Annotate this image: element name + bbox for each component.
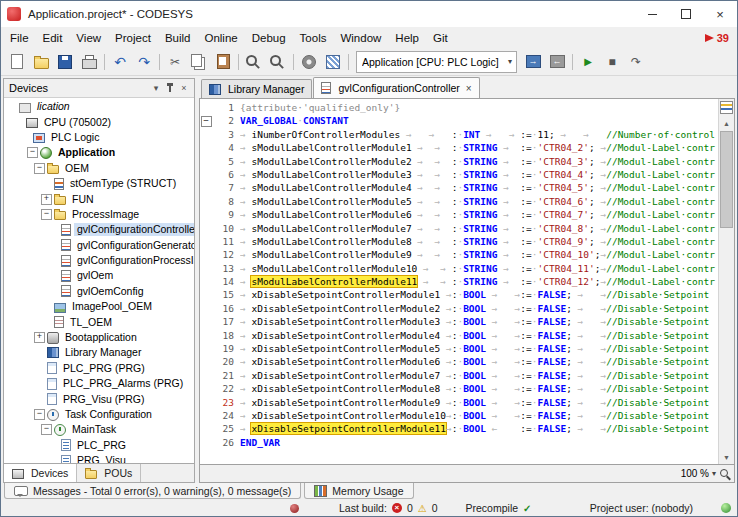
- fold-margin: [200, 382, 212, 395]
- tree-item-plc-prg-alarms-prg[interactable]: PLC_PRG_Alarms (PRG): [4, 376, 194, 391]
- print-button[interactable]: [77, 50, 101, 74]
- tree-item-bootapplication[interactable]: +Bootapplication: [4, 330, 194, 345]
- expander-minus-icon[interactable]: −: [34, 163, 45, 174]
- expander-minus-icon[interactable]: −: [34, 409, 45, 420]
- scroll-down-button[interactable]: ▼: [719, 450, 734, 464]
- pin-button[interactable]: [163, 81, 177, 95]
- expander-minus-icon[interactable]: −: [41, 209, 52, 220]
- tree-item-plc-prg-prg[interactable]: PLC_PRG (PRG): [4, 361, 194, 376]
- editor-tab-gvlconfigurationcontroller[interactable]: gvlConfigurationController×: [313, 77, 479, 98]
- tree-item-prg-visu-prg[interactable]: PRG_Visu (PRG): [4, 391, 194, 406]
- step-over-button[interactable]: ↷: [624, 50, 648, 74]
- menu-build[interactable]: Build: [158, 30, 198, 46]
- copy-button[interactable]: [187, 50, 211, 74]
- replace-button[interactable]: [266, 50, 290, 74]
- tree-item-label: gvlOem: [74, 269, 116, 282]
- code-token: sModulLabelControllerModule9: [251, 249, 411, 260]
- tree-item-cpu-705002[interactable]: CPU (705002): [4, 114, 194, 129]
- notification-area[interactable]: 39: [705, 32, 737, 44]
- editor-tab-library-manager[interactable]: Library Manager: [201, 79, 312, 98]
- active-application-dropdown[interactable]: Application [CPU: PLC Logic] ▾: [356, 51, 517, 73]
- tab-memory[interactable]: Memory Usage: [304, 483, 413, 499]
- toolbar-left-group: ↶↷✂: [5, 50, 352, 74]
- close-button[interactable]: ×: [703, 1, 737, 27]
- maximize-button[interactable]: [669, 1, 703, 27]
- scroll-up-button[interactable]: ▲: [719, 116, 734, 130]
- tree-item-fun[interactable]: +FUN: [4, 191, 194, 206]
- expander-minus-icon[interactable]: −: [27, 147, 38, 158]
- tree-item-task-configuration[interactable]: −Task Configuration: [4, 407, 194, 422]
- tree-item-tl-oem[interactable]: TL_OEM: [4, 314, 194, 329]
- tree-item-gvloemconfig[interactable]: gvlOemConfig: [4, 284, 194, 299]
- logout-button[interactable]: [545, 50, 569, 74]
- find-button[interactable]: [242, 50, 266, 74]
- menu-view[interactable]: View: [69, 30, 108, 46]
- zoom-level[interactable]: 100 %: [681, 468, 709, 479]
- zoom-magnifier-icon[interactable]: [719, 468, 731, 480]
- expander-minus-icon[interactable]: −: [41, 424, 52, 435]
- split-view-icon[interactable]: [720, 101, 733, 114]
- tree-item-gvlconfigurationprocessimage[interactable]: gvlConfigurationProcessImage: [4, 253, 194, 268]
- new-project-button[interactable]: [5, 50, 29, 74]
- tab-pous[interactable]: POUs: [77, 464, 141, 482]
- login-button[interactable]: [521, 50, 545, 74]
- menu-file[interactable]: File: [3, 30, 36, 46]
- code-token: →: [497, 169, 520, 180]
- menu-project[interactable]: Project: [108, 30, 158, 46]
- tree-item-imagepool-oem[interactable]: ImagePool_OEM: [4, 299, 194, 314]
- fold-minus-icon[interactable]: −: [201, 116, 212, 127]
- tree-item-oem[interactable]: −OEM: [4, 161, 194, 176]
- device-icon: [26, 118, 38, 128]
- tab-devices[interactable]: Devices: [4, 464, 77, 482]
- code-line-6: 6→ sModulLabelControllerModule3 → → :·ST…: [200, 168, 718, 181]
- minimize-button[interactable]: [635, 1, 669, 27]
- code-token: → →: [572, 289, 606, 300]
- editor-tab-strip: Library ManagergvlConfigurationControlle…: [199, 78, 735, 98]
- tree-item-processimage[interactable]: −ProcessImage: [4, 207, 194, 222]
- search-highlight: sModulLabelControllerModule11: [251, 276, 417, 287]
- scrollbar-thumb[interactable]: [720, 131, 733, 228]
- compile-button[interactable]: [297, 50, 321, 74]
- menu-git[interactable]: Git: [426, 30, 455, 46]
- open-project-button[interactable]: [29, 50, 53, 74]
- panel-menu-button[interactable]: ▾: [149, 81, 163, 95]
- vertical-scrollbar[interactable]: ▲ ▼: [718, 99, 734, 464]
- cut-button[interactable]: ✂: [163, 50, 187, 74]
- tree-item-library-manager[interactable]: Library Manager: [4, 345, 194, 360]
- tab-close-icon[interactable]: ×: [464, 83, 472, 94]
- menu-help[interactable]: Help: [388, 30, 426, 46]
- tree-item-prg-visu[interactable]: PRG_Visu: [4, 453, 194, 463]
- generate-code-button[interactable]: [321, 50, 345, 74]
- redo-button[interactable]: ↷: [132, 50, 156, 74]
- tree-item-gvlconfigurationgenerator[interactable]: gvlConfigurationGenerator: [4, 238, 194, 253]
- expander-plus-icon[interactable]: +: [34, 332, 45, 343]
- tree-item-label: PLC Logic: [48, 131, 102, 144]
- code-token: FALSE: [538, 397, 567, 408]
- menu-online[interactable]: Online: [197, 30, 244, 46]
- tree-item-gvloem[interactable]: gvlOem: [4, 268, 194, 283]
- menu-debug[interactable]: Debug: [245, 30, 293, 46]
- tree-item-application[interactable]: −Application: [4, 145, 194, 160]
- save-project-button[interactable]: [53, 50, 77, 74]
- tree-item-lication[interactable]: lication: [4, 99, 194, 114]
- paste-button[interactable]: [211, 50, 235, 74]
- toolbar-separator: [104, 54, 105, 70]
- menu-window[interactable]: Window: [333, 30, 388, 46]
- expander-plus-icon[interactable]: +: [41, 194, 52, 205]
- stop-button[interactable]: ■: [600, 50, 624, 74]
- code-editor[interactable]: 1{attribute·'qualified_only'}−2VAR_GLOBA…: [200, 99, 718, 464]
- menu-edit[interactable]: Edit: [36, 30, 70, 46]
- tab-messages[interactable]: Messages - Total 0 error(s), 0 warning(s…: [4, 483, 301, 499]
- tree-item-stoemtype-struct[interactable]: stOemType (STRUCT): [4, 176, 194, 191]
- title-bar[interactable]: Application.project* - CODESYS ×: [1, 1, 737, 27]
- zoom-dropdown-icon[interactable]: ▾: [712, 469, 716, 478]
- line-number: 14: [212, 275, 240, 288]
- tree-item-maintask[interactable]: −MainTask: [4, 422, 194, 437]
- start-button[interactable]: ▶: [576, 50, 600, 74]
- undo-button[interactable]: ↶: [108, 50, 132, 74]
- panel-close-button[interactable]: ×: [177, 81, 191, 95]
- tree-item-plc-logic[interactable]: PLC Logic: [4, 130, 194, 145]
- tree-item-plc-prg[interactable]: PLC_PRG: [4, 438, 194, 453]
- tree-item-gvlconfigurationcontroller[interactable]: gvlConfigurationController: [4, 222, 194, 237]
- menu-tools[interactable]: Tools: [293, 30, 334, 46]
